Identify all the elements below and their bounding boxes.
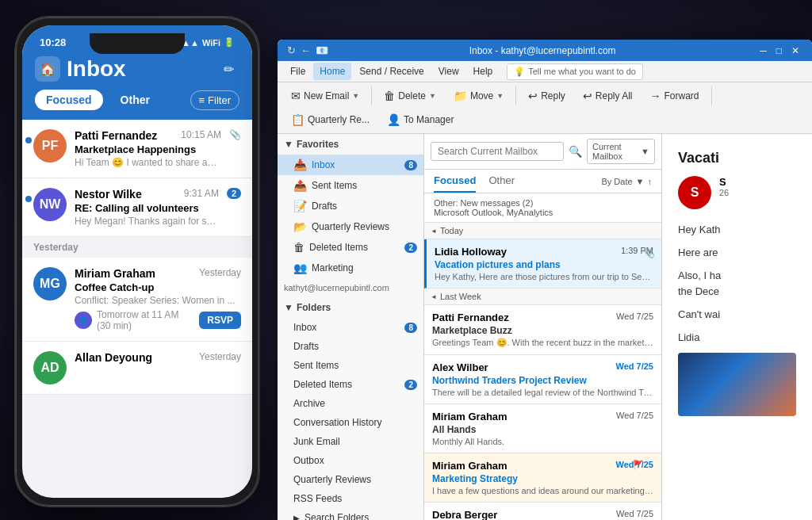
toolbar-new-email[interactable]: ✉ New Email ▼ bbox=[284, 86, 366, 106]
subfolder-search[interactable]: ▶ Search Folders bbox=[278, 508, 423, 520]
subfolder-outbox[interactable]: Outbox bbox=[278, 451, 423, 470]
phone-header-title: 🏠 Inbox ✏ bbox=[35, 56, 239, 82]
outlook-refresh-icon[interactable]: ↻ bbox=[287, 44, 296, 56]
delete-icon: 🗑 bbox=[384, 90, 395, 102]
battery-icon: 🔋 bbox=[224, 37, 235, 48]
phone-tab-focused[interactable]: Focused bbox=[35, 90, 103, 110]
email-item-miriam-ah[interactable]: Miriam Graham Wed 7/25 All Hands Monthly… bbox=[424, 404, 661, 453]
menu-send-receive[interactable]: Send / Receive bbox=[353, 63, 430, 80]
time-debra: Wed 7/25 bbox=[616, 509, 653, 520]
sort-arrow[interactable]: ▼ bbox=[636, 177, 645, 186]
folder-marketing[interactable]: 👥 Marketing bbox=[278, 258, 423, 278]
new-email-label: New Email bbox=[304, 90, 349, 101]
phone-sender-nestor: Nestor Wilke bbox=[75, 188, 142, 201]
toolbar-forward[interactable]: → Forward bbox=[643, 86, 707, 106]
email-item-debra[interactable]: Debra Berger Wed 7/25 Time off Just talk… bbox=[424, 503, 661, 520]
phone-email-item-nestor[interactable]: NW Nestor Wilke 9:31 AM RE: Calling all … bbox=[22, 178, 252, 237]
email-list-pane: 🔍 Current Mailbox ▼ Focused Other By Dat… bbox=[424, 134, 662, 520]
favorites-section[interactable]: ▼ Favorites bbox=[278, 134, 423, 155]
folder-inbox[interactable]: 📥 Inbox 8 bbox=[278, 155, 423, 175]
folder-drafts[interactable]: 📝 Drafts bbox=[278, 196, 423, 216]
phone-tab-other[interactable]: Other bbox=[109, 90, 161, 110]
subfolder-quarterly[interactable]: Quarterly Reviews bbox=[278, 470, 423, 489]
rsvp-button[interactable]: RSVP bbox=[199, 312, 241, 329]
phone-filter-button[interactable]: ≡ Filter bbox=[190, 90, 239, 110]
outlook-back-icon[interactable]: ← bbox=[301, 44, 311, 56]
menu-help[interactable]: Help bbox=[467, 63, 500, 80]
email-item-lidia-today[interactable]: 📎 Lidia Holloway 1:39 PM Vacation pictur… bbox=[424, 239, 661, 289]
drafts-folder-icon: 📝 bbox=[293, 200, 307, 212]
sender-debra: Debra Berger bbox=[432, 509, 497, 520]
rp-sender-info: S 26 bbox=[719, 176, 796, 197]
search-icon[interactable]: 🔍 bbox=[569, 145, 582, 158]
time-miriam-ah: Wed 7/25 bbox=[616, 411, 653, 422]
avatar-patti: PF bbox=[33, 129, 67, 162]
inbox-folder-label: Inbox bbox=[312, 159, 400, 170]
folders-section[interactable]: ▼ Folders bbox=[278, 297, 423, 318]
search-input[interactable] bbox=[431, 142, 564, 161]
tab-other[interactable]: Other bbox=[488, 174, 515, 193]
subfolder-junk[interactable]: Junk Email bbox=[278, 432, 423, 451]
quarterly-folder-label: Quarterly Reviews bbox=[312, 221, 417, 232]
minimize-button[interactable]: ─ bbox=[756, 45, 770, 56]
folder-sent[interactable]: 📤 Sent Items bbox=[278, 175, 423, 196]
subfolder-sent[interactable]: Sent Items bbox=[278, 356, 423, 375]
phone-time: 10:28 bbox=[40, 36, 66, 48]
subfolder-inbox[interactable]: Inbox 8 bbox=[278, 318, 423, 337]
phone-preview-miriam: Conflict: Speaker Series: Women in ... bbox=[75, 295, 241, 306]
sort-label[interactable]: By Date bbox=[601, 177, 632, 186]
email-list-scroll: Other: New messages (2) Microsoft Outloo… bbox=[424, 193, 661, 520]
subject-miriam-ah: All Hands bbox=[432, 424, 653, 435]
maximize-button[interactable]: □ bbox=[773, 45, 785, 56]
tell-me-text: Tell me what you want to do bbox=[528, 67, 636, 76]
menu-view[interactable]: View bbox=[432, 63, 465, 80]
subfolder-deleted[interactable]: Deleted Items 2 bbox=[278, 375, 423, 394]
folder-quarterly[interactable]: 📂 Quarterly Reviews bbox=[278, 216, 423, 237]
close-button[interactable]: ✕ bbox=[788, 45, 802, 56]
flag-icon-miriam-ms: 🚩 bbox=[633, 460, 644, 470]
phone-preview-nestor: Hey Megan! Thanks again for setting this… bbox=[75, 216, 219, 227]
phone-sender-allan: Allan Deyoung bbox=[75, 351, 152, 364]
email-item-patti-lw[interactable]: Patti Fernandez Wed 7/25 Marketplace Buz… bbox=[424, 305, 661, 355]
phone-email-content-nestor: Nestor Wilke 9:31 AM RE: Calling all vol… bbox=[75, 188, 219, 227]
email-item-miriam-ms[interactable]: 🚩 Miriam Graham Wed 7/25 Marketing Strat… bbox=[424, 453, 661, 503]
phone-compose-button[interactable]: ✏ bbox=[217, 58, 239, 80]
toolbar-reply[interactable]: ↩ Reply bbox=[521, 86, 573, 106]
phone-time-patti: 10:15 AM bbox=[181, 129, 221, 142]
toolbar-quarterly[interactable]: 📋 Quarterly Re... bbox=[284, 109, 377, 130]
phone-status-icons: ▲▲ WiFi 🔋 bbox=[182, 37, 235, 48]
tell-me-box[interactable]: 💡 Tell me what you want to do bbox=[507, 63, 643, 80]
reply-icon: ↩ bbox=[528, 90, 538, 102]
folders-label: Folders bbox=[297, 302, 331, 313]
move-arrow: ▼ bbox=[496, 92, 504, 100]
phone-email-item-allan[interactable]: AD Allan Deyoung Yesterday bbox=[22, 342, 252, 395]
subfolder-rss[interactable]: RSS Feeds bbox=[278, 489, 423, 508]
reply-all-icon: ↩ bbox=[583, 90, 592, 102]
subfolder-drafts[interactable]: Drafts bbox=[278, 337, 423, 356]
search-scope[interactable]: Current Mailbox ▼ bbox=[587, 139, 655, 164]
subfolder-archive[interactable]: Archive bbox=[278, 394, 423, 413]
toolbar-reply-all[interactable]: ↩ Reply All bbox=[576, 86, 640, 106]
toolbar-to-manager[interactable]: 👤 To Manager bbox=[380, 109, 461, 130]
subfolder-conv[interactable]: Conversation History bbox=[278, 413, 423, 432]
tab-focused[interactable]: Focused bbox=[434, 174, 476, 193]
toolbar-move[interactable]: 📁 Move ▼ bbox=[446, 86, 511, 106]
preview-lidia-today: Hey Kathy, Here are those pictures from … bbox=[435, 272, 653, 281]
subfolder-quarterly-label: Quarterly Reviews bbox=[293, 474, 417, 485]
toolbar-sep-1 bbox=[371, 86, 372, 105]
lastweek-text: Last Week bbox=[440, 292, 481, 301]
phone-email-item-miriam[interactable]: MG Miriam Graham Yesterday Coffee Catch-… bbox=[22, 258, 252, 342]
menu-file[interactable]: File bbox=[284, 63, 312, 80]
email-item-alex[interactable]: Alex Wilber Wed 7/25 Northwind Traders P… bbox=[424, 355, 661, 404]
folder-deleted[interactable]: 🗑 Deleted Items 2 bbox=[278, 237, 423, 258]
menu-home[interactable]: Home bbox=[313, 63, 351, 80]
title-bar: ↻ ← 📧 Inbox - kathyt@lucernepubintl.com … bbox=[278, 40, 812, 61]
rp-body: Hey Kath Here are Also, I hathe Dece Can… bbox=[678, 222, 796, 346]
attachment-icon-patti: 📎 bbox=[229, 129, 241, 140]
subfolder-rss-label: RSS Feeds bbox=[293, 493, 417, 504]
subfolder-inbox-label: Inbox bbox=[293, 322, 400, 333]
sender-alex: Alex Wilber bbox=[432, 361, 488, 373]
toolbar-delete[interactable]: 🗑 Delete ▼ bbox=[377, 86, 443, 106]
phone-time-miriam: Yesterday bbox=[199, 267, 241, 280]
phone-email-item-patti[interactable]: PF Patti Fernandez 10:15 AM Marketplace … bbox=[22, 120, 252, 178]
